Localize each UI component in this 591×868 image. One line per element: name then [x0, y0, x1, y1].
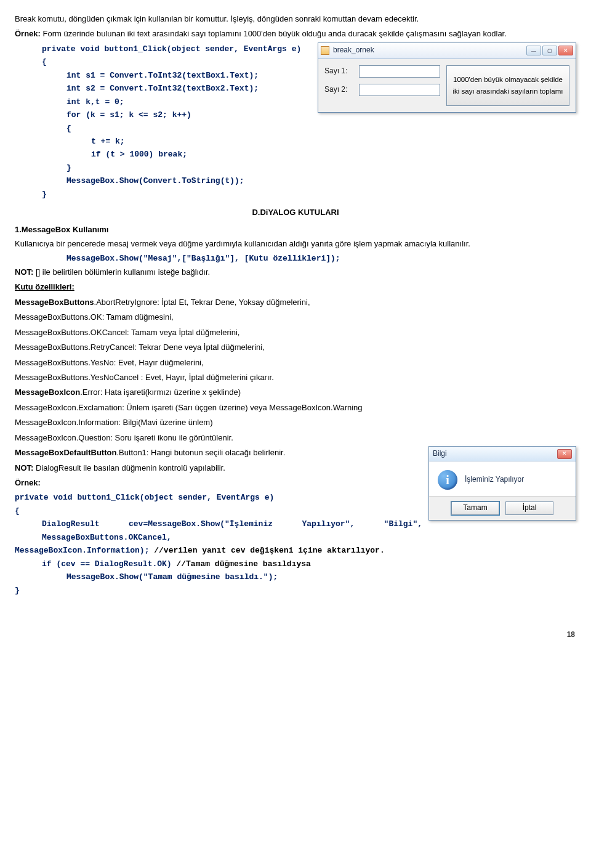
maximize-button[interactable]: ▢: [542, 46, 557, 55]
window-body: Sayı 1: Sayı 2: 1000'den büyük olmayacak…: [318, 59, 576, 112]
page-number: 18: [15, 629, 576, 641]
opt-desc: .AbortRetryIgnore: İptal Et, Tekrar Dene…: [94, 298, 310, 307]
code-line: MessageBox.Show(Convert.ToString(t));: [15, 174, 576, 187]
code-frag: DialogResult cev=MessageBox.Show("İşlemi…: [42, 519, 422, 541]
bilgi-title: Bilgi: [433, 448, 557, 460]
bilgi-buttons: Tamam İptal: [429, 496, 576, 520]
compute-button[interactable]: 1000'den büyük olmayacak şekilde iki say…: [446, 65, 569, 106]
bilgi-close-button[interactable]: ✕: [557, 449, 572, 459]
not-label: NOT:: [15, 267, 33, 277]
code-comment: //Tamam düğmesine basıldıysa: [172, 559, 311, 569]
opt-abortretryignore: MessageBoxButtons.AbortRetryIgnore: İpta…: [15, 296, 576, 309]
intro-example: Örnek: Form üzerinde bulunan iki text ar…: [15, 27, 576, 40]
not-text: [] ile belirtilen bölümlerin kullanımı i…: [33, 267, 210, 277]
icon-error: MessageBoxIcon.Error: Hata işareti(kırmı…: [15, 386, 576, 399]
bilgi-section: Bilgi ✕ i İşleminiz Yapılıyor Tamam İpta…: [15, 446, 576, 597]
opt-key: MessageBoxButtons: [15, 298, 94, 307]
code-line: {: [15, 122, 576, 135]
not-text: DialogResult ile basılan düğmenin kontro…: [33, 463, 225, 473]
window-title: break_ornek: [333, 44, 526, 57]
code-frag: MessageBoxIcon.Information);: [15, 546, 149, 555]
icon-question: MessageBoxIcon.Question: Soru işareti ik…: [15, 431, 576, 444]
opt-okcancel: MessageBoxButtons.OKCancel: Tamam veya İ…: [15, 326, 576, 339]
opt-key: MessageBoxIcon: [15, 387, 80, 397]
code-line: }: [15, 188, 576, 201]
break-ornek-window: break_ornek — ▢ ✕ Sayı 1: Sayı 2: 1000'd…: [318, 43, 576, 113]
app-icon: [321, 46, 329, 55]
opt-ok: MessageBoxButtons.OK: Tamam düğmesini,: [15, 310, 576, 323]
code-line: DialogResult cev=MessageBox.Show("İşlemi…: [15, 517, 576, 544]
intro-p1: Break komutu, döngüden çıkmak için kulla…: [15, 12, 576, 25]
bilgi-dialog: Bilgi ✕ i İşleminiz Yapılıyor Tamam İpta…: [428, 446, 576, 521]
cancel-button[interactable]: İptal: [505, 501, 553, 515]
bilgi-message: İşleminiz Yapılıyor: [465, 474, 524, 486]
code-line: }: [15, 161, 576, 174]
not-1: NOT: [] ile belirtilen bölümlerin kullan…: [15, 266, 576, 278]
example-text: Form üzerinde bulunan iki text arasındak…: [41, 29, 507, 38]
form-right: 1000'den büyük olmayacak şekilde iki say…: [446, 65, 569, 106]
row-sayi1: Sayı 1:: [324, 65, 440, 78]
code-block-a-wrap: break_ornek — ▢ ✕ Sayı 1: Sayı 2: 1000'd…: [15, 43, 576, 201]
opt-desc: .Error: Hata işareti(kırmızı üzerine x ş…: [80, 387, 241, 397]
code-line: t += k;: [15, 135, 576, 148]
bilgi-body: i İşleminiz Yapılıyor: [429, 461, 576, 496]
code-line: if (t > 1000) break;: [15, 148, 576, 161]
code-line: MessageBox.Show("Tamam düğmesine basıldı…: [15, 570, 576, 583]
information-icon: i: [438, 470, 457, 490]
input-sayi1[interactable]: [359, 65, 440, 78]
code-line: MessageBoxIcon.Information); //verilen y…: [15, 544, 576, 557]
opt-key: MessageBoxDefaultButton: [15, 448, 116, 457]
mb-p1: Kullanıcıya bir pencerede mesaj vermek v…: [15, 237, 576, 250]
code-comment: //verilen yanıt cev değişkeni içine akta…: [149, 546, 384, 555]
props-heading: Kutu özellikleri:: [15, 280, 576, 293]
example-label: Örnek:: [15, 29, 41, 38]
window-buttons: — ▢ ✕: [526, 46, 573, 55]
code-frag: if (cev == DialogResult.OK): [42, 559, 172, 569]
row-sayi2: Sayı 2:: [324, 84, 440, 96]
code-line: if (cev == DialogResult.OK) //Tamam düğm…: [15, 558, 576, 570]
icon-exclamation: MessageBoxIcon.Exclamation: Ünlem işaret…: [15, 401, 576, 414]
opt-yesno: MessageBoxButtons.YesNo: Evet, Hayır düğ…: [15, 356, 576, 369]
bilgi-titlebar: Bilgi ✕: [429, 447, 576, 461]
form-left: Sayı 1: Sayı 2:: [324, 65, 440, 106]
ok-button[interactable]: Tamam: [451, 501, 499, 515]
input-sayi2[interactable]: [359, 84, 440, 96]
label-sayi1: Sayı 1:: [324, 65, 355, 78]
sub-heading-1: 1.MessageBox Kullanımı: [15, 223, 576, 236]
opt-retrycancel: MessageBoxButtons.RetryCancel: Tekrar De…: [15, 341, 576, 354]
minimize-button[interactable]: —: [526, 46, 541, 55]
opt-yesnocancel: MessageBoxButtons.YesNoCancel : Evet, Ha…: [15, 371, 576, 384]
code-line: }: [15, 584, 576, 597]
close-button[interactable]: ✕: [558, 46, 573, 55]
titlebar: break_ornek — ▢ ✕: [318, 43, 576, 59]
icon-information: MessageBoxIcon.Information: Bilgi(Mavi ü…: [15, 416, 576, 429]
mb-show-signature: MessageBox.Show("Mesaj",["Başlığı"], [Ku…: [15, 252, 576, 265]
opt-desc: .Button1: Hangi butonun seçili olacağı b…: [116, 448, 285, 457]
section-heading-d: D.DiYALOG KUTULARI: [15, 206, 576, 219]
label-sayi2: Sayı 2:: [324, 84, 355, 96]
not-label: NOT:: [15, 463, 33, 473]
